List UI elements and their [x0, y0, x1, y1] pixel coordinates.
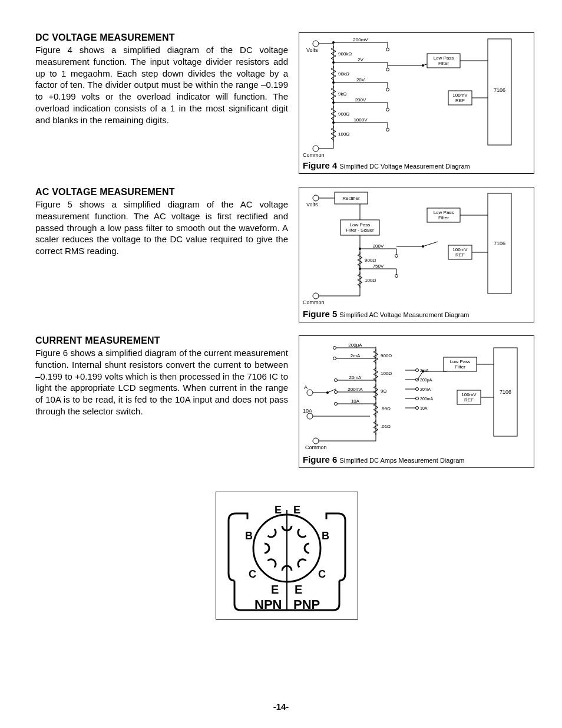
svg-text:900Ω: 900Ω	[365, 258, 376, 263]
svg-point-64	[359, 248, 361, 250]
fig5-num: Figure 5	[303, 309, 337, 319]
figure-4-svg: Volts Common 900kΩ200mV90kΩ2V9kΩ20V900Ω2…	[299, 33, 534, 158]
svg-text:Rectifier: Rectifier	[342, 196, 360, 201]
figure-6: A 10A Common 200μA2mA20mA200mA10A 900Ω10…	[299, 335, 534, 468]
svg-point-35	[332, 121, 335, 124]
svg-text:2V: 2V	[358, 57, 363, 62]
fig6-title: Simplified DC Amps Measurement Diagram	[339, 457, 464, 464]
body-dc-voltage: Figure 4 shows a simplified diagram of t…	[35, 44, 288, 126]
svg-text:200V: 200V	[373, 243, 384, 249]
svg-point-96	[333, 347, 336, 350]
fig5-title: Simplified AC Voltage Measurement Diagra…	[339, 311, 469, 318]
svg-text:Low PassFilter - Scaler: Low PassFilter - Scaler	[346, 222, 374, 233]
svg-point-29	[332, 101, 335, 104]
svg-text:7106: 7106	[494, 241, 505, 246]
svg-point-26	[386, 88, 389, 91]
svg-text:Volts: Volts	[306, 47, 318, 53]
svg-point-32	[386, 108, 389, 111]
svg-text:200mA: 200mA	[420, 397, 434, 401]
figure-5: Volts Common Rectifier Low PassFilter - …	[299, 187, 534, 322]
heading-dc-voltage: DC VOLTAGE MEASUREMENT	[35, 32, 288, 43]
svg-text:2mA: 2mA	[351, 353, 361, 358]
svg-text:10A: 10A	[351, 398, 360, 404]
svg-point-87	[307, 413, 313, 419]
svg-text:E: E	[293, 504, 300, 516]
svg-text:10A: 10A	[303, 408, 312, 414]
svg-text:20V: 20V	[356, 77, 365, 83]
svg-text:B: B	[245, 530, 253, 542]
svg-point-14	[386, 48, 389, 51]
svg-point-1	[313, 146, 319, 151]
svg-text:E: E	[271, 583, 279, 596]
svg-point-89	[313, 438, 319, 444]
fig6-num: Figure 6	[303, 454, 337, 465]
svg-text:E: E	[275, 504, 282, 516]
svg-text:200V: 200V	[355, 97, 366, 103]
svg-text:200μA: 200μA	[420, 378, 432, 383]
svg-point-93	[326, 391, 329, 394]
svg-text:100Ω: 100Ω	[381, 371, 392, 376]
svg-text:100Ω: 100Ω	[365, 278, 376, 283]
svg-text:9kΩ: 9kΩ	[338, 91, 346, 97]
body-current: Figure 6 shows a simplified diagram of t…	[35, 347, 288, 417]
svg-point-124	[416, 388, 419, 391]
svg-text:7106: 7106	[500, 389, 511, 395]
svg-text:900kΩ: 900kΩ	[338, 51, 352, 57]
heading-current: CURRENT MEASUREMENT	[35, 335, 288, 346]
heading-ac-voltage: AC VOLTAGE MEASUREMENT	[35, 187, 288, 197]
svg-point-11	[332, 41, 335, 44]
svg-point-73	[395, 275, 398, 278]
svg-point-23	[332, 81, 335, 84]
svg-text:900Ω: 900Ω	[338, 111, 349, 117]
svg-point-85	[307, 390, 313, 396]
svg-point-0	[313, 41, 319, 47]
svg-point-20	[386, 68, 389, 71]
svg-text:NPN: NPN	[254, 597, 282, 612]
figure-5-svg: Volts Common Rectifier Low PassFilter - …	[299, 187, 534, 307]
fig4-title: Simplified DC Voltage Measurement Diagra…	[339, 163, 470, 170]
svg-text:200mV: 200mV	[353, 37, 368, 42]
svg-text:7106: 7106	[494, 87, 505, 93]
svg-point-102	[335, 379, 338, 382]
svg-text:900Ω: 900Ω	[381, 353, 392, 358]
svg-text:200mA: 200mA	[348, 387, 363, 392]
svg-text:20mA: 20mA	[420, 387, 431, 391]
svg-point-130	[416, 407, 419, 410]
svg-text:1000V: 1000V	[353, 117, 368, 123]
body-ac-voltage: Figure 5 shows a simplified diagram of t…	[35, 199, 288, 257]
svg-text:.99Ω: .99Ω	[381, 406, 391, 411]
svg-point-41	[422, 64, 424, 67]
fig4-num: Figure 4	[303, 160, 337, 170]
svg-text:PNP: PNP	[293, 597, 320, 612]
figure-4: Volts Common 900kΩ200mV90kΩ2V9kΩ20V900Ω2…	[299, 32, 534, 174]
svg-point-99	[333, 357, 336, 360]
svg-point-51	[313, 293, 319, 299]
figure-6-svg: A 10A Common 200μA2mA20mA200mA10A 900Ω10…	[299, 336, 534, 452]
svg-line-75	[423, 242, 438, 246]
svg-text:90kΩ: 90kΩ	[338, 71, 349, 77]
svg-text:Common: Common	[305, 444, 327, 450]
svg-point-105	[335, 391, 338, 394]
svg-point-76	[422, 245, 424, 248]
svg-text:.01Ω: .01Ω	[381, 424, 391, 429]
svg-text:C: C	[318, 568, 326, 580]
svg-point-17	[332, 61, 335, 64]
svg-point-134	[422, 370, 424, 373]
svg-point-118	[416, 369, 419, 372]
svg-text:C: C	[249, 568, 256, 580]
page-number: -14-	[0, 701, 562, 711]
svg-point-108	[335, 403, 338, 406]
svg-text:10A: 10A	[420, 406, 428, 410]
svg-text:Volts: Volts	[306, 202, 318, 207]
svg-text:A: A	[304, 384, 308, 390]
svg-text:B: B	[322, 530, 329, 542]
svg-text:9Ω: 9Ω	[381, 388, 386, 394]
svg-point-67	[395, 255, 398, 258]
svg-text:Common: Common	[303, 299, 325, 305]
svg-point-38	[386, 129, 389, 131]
svg-text:750V: 750V	[373, 263, 384, 269]
svg-text:100Ω: 100Ω	[338, 131, 349, 137]
transistor-socket-diagram: E E B B C C E E NPN PNP	[216, 492, 358, 620]
svg-text:E: E	[295, 583, 302, 596]
svg-text:20mA: 20mA	[349, 375, 362, 380]
